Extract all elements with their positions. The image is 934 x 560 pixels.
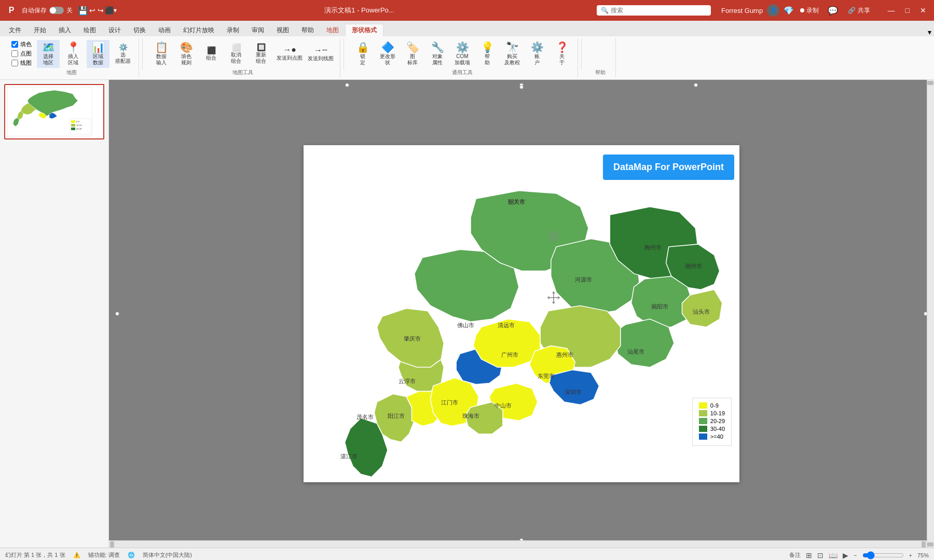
send-to-point-button[interactable]: →● 发送到点图 <box>274 44 305 63</box>
tab-draw[interactable]: 绘图 <box>77 24 102 36</box>
tab-file[interactable]: 文件 <box>3 24 28 36</box>
select-region-button[interactable]: 🗺️ 选择地区 <box>37 40 60 68</box>
legend-color-30-40 <box>699 426 707 432</box>
group-button[interactable]: ⬛ 组合 <box>200 45 223 63</box>
scroll-right-arrow[interactable] <box>922 541 926 548</box>
slide-canvas: DataMap For PowerPoint .city-region { st… <box>304 145 739 482</box>
comment-icon[interactable]: 💬 <box>828 6 838 16</box>
lock-label: 锁定 <box>360 53 365 66</box>
about-button[interactable]: ❓ 关于 <box>551 40 573 68</box>
slide-1-thumb[interactable]: 1 0-9 10-19 2 <box>4 84 104 139</box>
tab-shape-format[interactable]: 形状格式 <box>345 24 383 36</box>
record-button[interactable]: 备注 录制 <box>794 4 825 17</box>
redo-icon[interactable]: ↪ <box>98 6 104 15</box>
share-button[interactable]: 🔗 共享 <box>841 4 877 17</box>
insert-region-button[interactable]: 📍 插入区域 <box>62 40 85 68</box>
legend-item-20-29: 20-29 <box>699 418 725 424</box>
guangzhou-region[interactable] <box>473 319 540 367</box>
regroup-button[interactable]: 🔲 重新组合 <box>250 41 272 66</box>
send-to-buttons: →● 发送到点图 →╌ 发送到线图 <box>274 44 336 63</box>
maximize-button[interactable]: □ <box>903 6 912 15</box>
zoom-level[interactable]: 75% <box>917 552 929 558</box>
fill-rules-button[interactable]: 🎨 填色规则 <box>175 40 198 68</box>
select-region-label: 选择地区 <box>43 53 53 66</box>
tab-home[interactable]: 开始 <box>28 24 52 36</box>
zoom-in-icon[interactable]: + <box>909 552 912 558</box>
ungroup-button[interactable]: ⬜ 取消组合 <box>225 41 248 66</box>
notes-button[interactable]: 备注 <box>789 551 801 559</box>
view-normal-icon[interactable]: ⊞ <box>806 551 812 559</box>
tab-help[interactable]: 帮助 <box>295 24 320 36</box>
view-presenter-icon[interactable]: ▶ <box>843 551 848 559</box>
ribbon-collapse-icon[interactable]: ▾ <box>928 28 931 36</box>
checkbox-line[interactable]: 线图 <box>11 59 32 67</box>
close-button[interactable]: ✕ <box>917 6 929 15</box>
account-button[interactable]: ⚙️ 账户 <box>526 40 548 68</box>
fill-rules-icon: 🎨 <box>180 42 193 52</box>
zoom-out-icon[interactable]: − <box>854 552 857 558</box>
selector-button[interactable]: ⚙️ 选搭配器 <box>112 41 134 66</box>
checkbox-point[interactable]: 点图 <box>11 50 32 58</box>
tab-design[interactable]: 设计 <box>102 24 127 36</box>
tab-map[interactable]: 地图 <box>320 24 345 36</box>
autosave-toggle[interactable] <box>49 7 64 14</box>
statusbar-right: 备注 ⊞ ⊡ 📖 ▶ − + 75% <box>789 551 929 559</box>
buy-tutorial-button[interactable]: 🔭 购买及教程 <box>501 40 524 68</box>
slide-info: 幻灯片 第 1 张，共 1 张 <box>5 551 65 559</box>
ungroup-label: 取消组合 <box>231 52 241 64</box>
view-reading-icon[interactable]: 📖 <box>829 551 837 559</box>
map-checkboxes: 填色 点图 线图 <box>8 39 35 68</box>
handle-mid-top[interactable] <box>519 85 524 89</box>
scroll-down-arrow[interactable] <box>927 542 933 547</box>
minimize-button[interactable]: — <box>885 6 898 15</box>
send-to-point-icon: →● <box>283 45 296 54</box>
handle-mid-left[interactable] <box>115 312 119 316</box>
sep2 <box>344 38 344 69</box>
zoom-slider[interactable] <box>862 551 904 559</box>
dropdown-icon[interactable]: ▾ <box>114 7 117 14</box>
window-controls[interactable]: — □ ✕ <box>885 6 929 15</box>
send-to-line-button[interactable]: →╌ 发送到线图 <box>306 44 336 63</box>
tab-slideshow[interactable]: 幻灯片放映 <box>177 24 221 36</box>
guangdong-map[interactable]: .city-region { stroke: white; stroke-wid… <box>304 145 739 482</box>
search-bar[interactable]: 🔍 <box>597 5 711 16</box>
view-slide-sorter-icon[interactable]: ⊡ <box>817 551 823 559</box>
tab-transitions[interactable]: 切换 <box>127 24 152 36</box>
tab-animations[interactable]: 动画 <box>152 24 177 36</box>
group-icon: ⬛ <box>207 47 216 54</box>
canvas-area: DataMap For PowerPoint .city-region { st… <box>109 80 934 548</box>
tab-record[interactable]: 录制 <box>221 24 245 36</box>
change-shape-button[interactable]: 🔷 更改形状 <box>376 40 399 68</box>
checkbox-fill[interactable]: 填色 <box>11 40 32 48</box>
svg-rect-9 <box>71 124 75 127</box>
autosave-label: 自动保存 <box>22 6 47 15</box>
horizontal-scrollbar[interactable] <box>109 540 927 548</box>
object-props-button[interactable]: 🔧 对象属性 <box>426 40 449 68</box>
undo-icon[interactable]: ↩ <box>89 6 95 15</box>
tab-insert[interactable]: 插入 <box>52 24 77 36</box>
icon-library-button[interactable]: 🏷️ 图标库 <box>401 40 424 68</box>
help-button[interactable]: 💡 帮助 <box>476 40 499 68</box>
com-addins-button[interactable]: ⚙️ COM加载项 <box>451 40 474 68</box>
lock-button[interactable]: 🔒 锁定 <box>351 40 374 68</box>
tab-review[interactable]: 审阅 <box>245 24 270 36</box>
scroll-left-arrow[interactable] <box>110 541 114 548</box>
change-shape-icon: 🔷 <box>381 42 394 52</box>
more-tools-icon[interactable]: ⬛ <box>105 6 114 15</box>
ribbon-group-map-tools: 📋 数据输入 🎨 填色规则 ⬛ 组合 ⬜ 取消组合 🔲 重新组合 <box>146 38 340 77</box>
handle-top-right[interactable] <box>694 83 698 87</box>
search-input[interactable] <box>611 7 704 14</box>
save-icon[interactable]: 💾 <box>78 6 88 16</box>
tab-view[interactable]: 视图 <box>270 24 295 36</box>
legend-label-10-19: 10-19 <box>710 410 725 416</box>
svg-text:10-19: 10-19 <box>76 124 82 127</box>
legend-color-gte-40 <box>699 433 707 440</box>
vertical-scrollbar[interactable] <box>927 80 934 548</box>
data-input-button[interactable]: 📋 数据输入 <box>150 40 173 68</box>
handle-top-left[interactable] <box>345 83 349 87</box>
select-region-icon: 🗺️ <box>42 42 55 52</box>
lock-icon: 🔒 <box>356 42 369 52</box>
region-data-button[interactable]: 📊 区域数据 <box>87 40 109 68</box>
scroll-up-arrow[interactable] <box>927 81 933 85</box>
autosave-control[interactable]: 自动保存 关 <box>22 6 73 15</box>
